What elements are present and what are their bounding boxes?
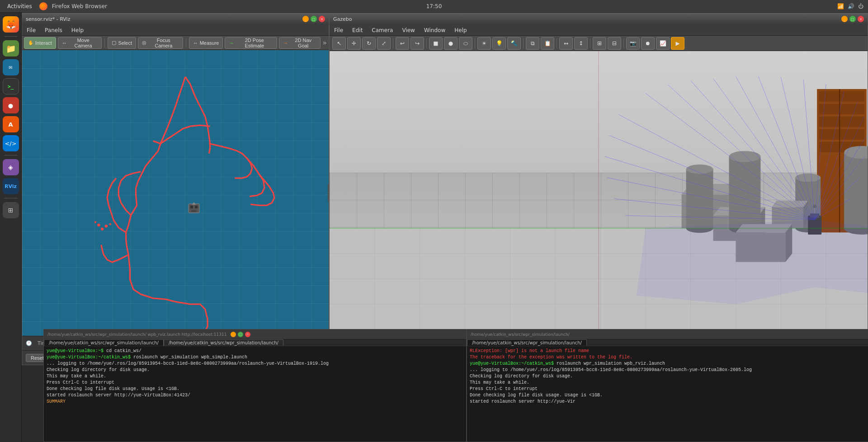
svg-point-3 [109, 223, 111, 225]
terminal-1-tab-2[interactable]: /home/yue/catkin_ws/src/wpr_simulation/l… [164, 339, 283, 346]
gazebo-scene [330, 51, 868, 355]
move-camera-icon: ↔ [62, 40, 67, 46]
terminal-2-titlebar: /home/yue/catkin_ws/src/wpr_simulation/l… [467, 329, 868, 339]
t1-close[interactable]: × [245, 332, 250, 337]
dock-reddot[interactable]: ● [3, 97, 19, 113]
terminal-2-content: RLException: [wpr] is not a launch file … [467, 346, 868, 442]
gz-snap-btn[interactable]: ⊞ [593, 37, 606, 50]
dock-separator-2 [4, 155, 18, 155]
terminals-area: /home/yue/catkin_ws/src/wpr_simulation/l… [22, 329, 868, 442]
move-camera-button[interactable]: ↔ Move Camera [58, 37, 102, 49]
measure-button[interactable]: ↔ Measure [189, 37, 223, 49]
gazebo-toolbar: ↖ ✛ ↻ ⤢ ↩ ↪ ■ ● ⬭ ☀ 💡 🔦 ⧉ 📋 ↔ ↕ [330, 36, 868, 51]
gz-sphere-btn[interactable]: ● [444, 37, 458, 50]
rviz-collapse-handle[interactable]: ‹ [328, 184, 329, 202]
terminal-1-controls: _ □ × [231, 332, 250, 337]
gz-translate-btn[interactable]: ✛ [347, 37, 361, 50]
gz-graph-btn[interactable]: 📈 [656, 37, 670, 50]
toolbar-more-btn[interactable]: » [322, 38, 327, 47]
gazebo-viewport[interactable] [330, 51, 868, 355]
t2-line-6: This may take a while. [470, 380, 868, 386]
top-bar-right: 📶 🔊 ⏻ [837, 3, 863, 9]
rviz-maximize-btn[interactable]: □ [311, 16, 317, 22]
dock-terminal[interactable]: >_ [3, 78, 19, 94]
gz-menu-edit[interactable]: Edit [350, 26, 364, 34]
gz-redo-btn[interactable]: ↪ [410, 37, 424, 50]
rviz-viewport[interactable]: ‹ [22, 50, 329, 336]
gz-sep-5 [557, 38, 557, 48]
gz-sep-6 [590, 38, 590, 48]
gz-cylinder-btn[interactable]: ⬭ [459, 37, 472, 50]
t1-line-7: Done checking log file disk usage. Usage… [47, 386, 463, 392]
rviz-window: sensor.rviz* - RViz _ □ × File Panels He… [22, 13, 329, 365]
gz-rotate-btn[interactable]: ↻ [362, 37, 376, 50]
rviz-menu-file[interactable]: File [25, 26, 38, 34]
gz-sun-btn[interactable]: ☀ [477, 37, 491, 50]
t2-line-3: yue@yue-VirtualBox:~/catkin_ws$ roslaunc… [470, 361, 868, 367]
t1-line-4: Checking log directory for disk usage. [47, 367, 463, 373]
t1-line-2: yue@yue-VirtualBox:~/catkin_ws$ roslaunc… [47, 354, 463, 361]
dock-grid[interactable]: ⊞ [3, 202, 19, 218]
dock-vscode[interactable]: </> [3, 135, 19, 151]
rviz-titlebar: sensor.rviz* - RViz _ □ × [22, 13, 329, 25]
gz-select-btn[interactable]: ↖ [332, 37, 346, 50]
gz-menu-file[interactable]: File [332, 26, 345, 34]
gz-box-btn[interactable]: ■ [429, 37, 443, 50]
terminal-1-tab-1[interactable]: /home/yue/catkin_ws/src/wpr_simulation/l… [44, 339, 164, 346]
t2-line-5: Checking log directory for disk usage. [470, 373, 868, 380]
gz-menu-window[interactable]: Window [422, 26, 447, 34]
t1-line-1: yue@yue-VirtualBox:~$ cd catkin_ws/ [47, 348, 463, 354]
focus-camera-button[interactable]: ◎ Focus Camera [138, 37, 183, 49]
select-button[interactable]: ▢ Select [108, 37, 136, 49]
rviz-window-controls: _ □ × [302, 16, 325, 22]
t2-line-7: Press Ctrl-C to interrupt [470, 386, 868, 392]
top-bar-time: 17:50 [426, 3, 442, 9]
gz-arrow1-btn[interactable]: ↔ [559, 37, 573, 50]
t2-line-8: Done checking log file disk usage. Usage… [470, 392, 868, 399]
nav-goal-icon: → [283, 40, 288, 46]
gazebo-title: Gazebo [333, 16, 352, 22]
dock-text[interactable]: ✉ [3, 59, 19, 75]
rviz-close-btn[interactable]: × [319, 16, 325, 22]
dock-rviz[interactable]: RViz [3, 178, 19, 194]
gz-paste-btn[interactable]: 📋 [541, 37, 554, 50]
terminal-2-tab-1[interactable]: /home/yue/catkin_ws/src/wpr_simulation/l… [467, 339, 587, 346]
dock-layer[interactable]: ◈ [3, 159, 19, 175]
t1-max[interactable]: □ [238, 332, 243, 337]
gz-screenshot-btn[interactable]: 📷 [626, 37, 640, 50]
gz-sep-4 [523, 38, 524, 48]
volume-icon: 🔊 [848, 3, 854, 9]
gz-video-btn[interactable]: ▶ [671, 37, 684, 50]
gz-menu-view[interactable]: View [400, 26, 416, 34]
nav-goal-button[interactable]: → 2D Nav Goal [279, 37, 321, 49]
gz-pointlight-btn[interactable]: 💡 [492, 37, 506, 50]
gazebo-maximize-btn[interactable]: □ [849, 16, 856, 22]
gazebo-minimize-btn[interactable]: _ [841, 16, 848, 22]
gz-scale-btn[interactable]: ⤢ [377, 37, 391, 50]
gz-arrow2-btn[interactable]: ↕ [574, 37, 588, 50]
rviz-title: sensor.rviz* - RViz [26, 16, 70, 22]
dock-software[interactable]: A [3, 116, 19, 132]
gz-copy-btn[interactable]: ⧉ [526, 37, 539, 50]
dock-files[interactable]: 📁 [3, 40, 19, 56]
t1-min[interactable]: _ [231, 332, 236, 337]
rviz-menubar: File Panels Help [22, 25, 329, 36]
activities-button[interactable]: Activities [5, 2, 35, 10]
t1-line-9: SUMMARY [47, 399, 463, 405]
rviz-menu-help[interactable]: Help [70, 26, 85, 34]
rviz-menu-panels[interactable]: Panels [43, 26, 64, 34]
toolbar-sep-1 [104, 38, 105, 47]
gz-spotlight-btn[interactable]: 🔦 [507, 37, 521, 50]
gz-record-btn[interactable]: ⏺ [641, 37, 655, 50]
gz-menu-camera[interactable]: Camera [370, 26, 395, 34]
gz-undo-btn[interactable]: ↩ [396, 37, 409, 50]
rviz-minimize-btn[interactable]: _ [302, 16, 309, 22]
dock-firefox[interactable]: 🦊 [3, 16, 19, 33]
gazebo-close-btn[interactable]: × [858, 16, 864, 22]
gz-align-btn[interactable]: ⊟ [608, 37, 621, 50]
pose-estimate-button[interactable]: → 2D Pose Estimate [225, 37, 277, 49]
svg-point-1 [101, 228, 104, 231]
svg-rect-31 [819, 117, 864, 127]
gz-menu-help[interactable]: Help [453, 26, 468, 34]
interact-button[interactable]: ✋ Interact [24, 37, 56, 49]
